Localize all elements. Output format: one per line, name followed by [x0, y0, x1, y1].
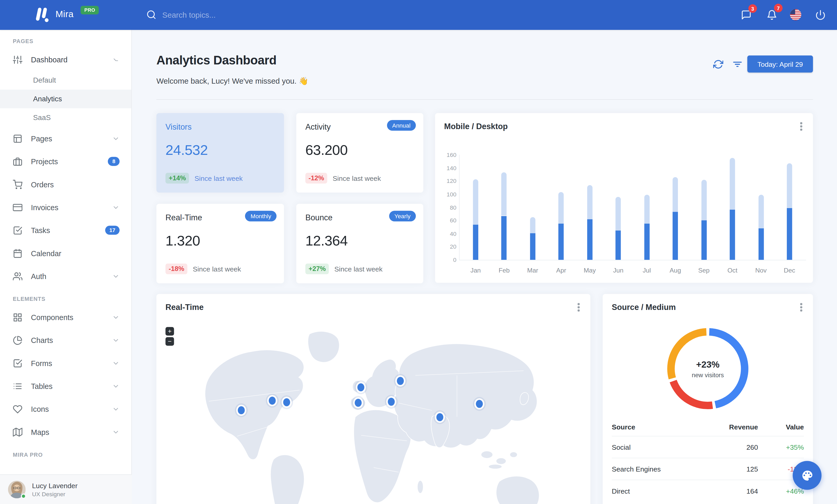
search-icon	[146, 10, 157, 20]
refresh-button[interactable]	[713, 59, 724, 69]
page-title: Analytics Dashboard	[157, 53, 277, 68]
sidebar-item-forms[interactable]: Forms	[0, 352, 131, 374]
sliders-icon	[13, 55, 22, 64]
bar-mobile-jun	[616, 230, 621, 260]
bar-desktop-feb	[501, 172, 507, 216]
search-input[interactable]	[162, 7, 386, 23]
app-viewport: Mira PRO 3 7	[0, 0, 837, 504]
check-square-icon	[13, 358, 22, 368]
mobile-desktop-card: Mobile / Desktop 020406080100120140160Ja…	[435, 113, 813, 283]
table-row: Search Engines125-12%	[612, 458, 804, 480]
bar-mobile-mar	[530, 233, 535, 260]
stat-title: Visitors	[165, 122, 192, 131]
power-icon	[815, 10, 826, 20]
bar-desktop-apr	[558, 192, 564, 224]
sidebar-item-maps[interactable]: Maps	[0, 421, 131, 443]
stat-value: 1.320	[165, 232, 200, 249]
brand-logo-icon[interactable]	[34, 7, 50, 22]
heart-icon	[13, 404, 22, 414]
donut-chart: +23% new visitors	[665, 326, 751, 411]
pie-chart-icon	[13, 335, 22, 345]
filter-icon	[732, 59, 742, 69]
stat-title: Activity	[305, 122, 331, 131]
welcome-text: Welcome back, Lucy! We've missed you. 👋	[157, 77, 308, 86]
sidebar-item-icons[interactable]: Icons	[0, 397, 131, 421]
bar-desktop-sep	[701, 180, 707, 221]
sidebar-item-dashboard[interactable]: Dashboard	[0, 48, 131, 71]
bar-desktop-nov	[758, 195, 764, 228]
x-axis-label: Nov	[749, 267, 772, 274]
sidebar-item-auth[interactable]: Auth	[0, 265, 131, 287]
donut-center-sublabel: new visitors	[692, 372, 724, 378]
us-flag-icon[interactable]	[789, 8, 802, 21]
fab-theme-button[interactable]	[793, 461, 822, 490]
layout-icon	[13, 133, 22, 143]
check-square-icon	[13, 225, 22, 235]
sidebar-subitem-analytics[interactable]: Analytics	[0, 90, 131, 108]
map-marker-new-delhi	[437, 413, 443, 422]
bar-mobile-dec	[787, 208, 792, 260]
table-row: Social260+35%	[612, 436, 804, 458]
stat-period-badge: Monthly	[245, 211, 277, 221]
sidebar-item-charts[interactable]: Charts	[0, 329, 131, 352]
y-axis-tick: 140	[438, 165, 457, 171]
today-button[interactable]: Today: April 29	[747, 56, 813, 73]
sidebar-subitem-default[interactable]: Default	[0, 71, 131, 90]
world-map[interactable]	[165, 320, 582, 504]
credit-card-icon	[13, 202, 22, 212]
map-marker-london	[357, 384, 364, 392]
stat-value: 24.532	[165, 142, 208, 158]
power-button[interactable]	[814, 8, 827, 21]
source-medium-title: Source / Medium	[612, 302, 676, 312]
bar-mobile-jan	[473, 224, 478, 260]
bar-chart: 020406080100120140160JanFebMarAprMayJunJ…	[435, 113, 813, 283]
map-marker-chicago	[268, 397, 275, 405]
chevron-up-icon	[112, 56, 120, 63]
palette-icon	[800, 469, 814, 482]
sidebar-user-footer[interactable]: Lucy Lavender UX Designer	[0, 474, 132, 504]
bar-desktop-mar	[530, 217, 535, 233]
user-role: UX Designer	[32, 490, 77, 498]
sidebar-subitem-saas[interactable]: SaaS	[0, 108, 131, 127]
user-name: Lucy Lavender	[32, 481, 77, 490]
chevron-down-icon	[112, 405, 120, 413]
sidebar-item-components[interactable]: Components	[0, 306, 131, 329]
stat-delta-badge: -18%	[165, 263, 188, 274]
stat-note: Since last week	[193, 265, 241, 273]
bar-mobile-feb	[501, 216, 507, 260]
sidebar-item-orders[interactable]: Orders	[0, 173, 131, 195]
sidebar-item-tasks[interactable]: Tasks17	[0, 219, 131, 242]
notifications-badge: 7	[774, 4, 783, 12]
calendar-icon	[13, 248, 22, 258]
kebab-menu-button[interactable]	[574, 302, 583, 312]
x-axis-label: May	[578, 267, 602, 274]
filter-button[interactable]	[732, 59, 742, 69]
stat-card-visitors: Visitors 24.532 +14%Since last week	[157, 113, 284, 192]
chevron-down-icon	[112, 336, 120, 344]
avatar	[8, 481, 26, 498]
chevron-down-icon	[112, 135, 120, 142]
sidebar-badge: 8	[108, 157, 120, 166]
map-marker-ankara	[388, 398, 395, 406]
sidebar-item-projects[interactable]: Projects8	[0, 150, 131, 173]
kebab-menu-button[interactable]	[797, 302, 805, 312]
stat-delta-badge: -12%	[305, 173, 327, 183]
stat-value: 12.364	[305, 232, 348, 249]
map-title: Real-Time	[165, 302, 204, 312]
brand-name[interactable]: Mira	[56, 9, 74, 20]
table-row: Direct164+46%	[612, 480, 804, 501]
y-axis-tick: 160	[438, 151, 457, 158]
stat-delta-badge: +27%	[305, 263, 329, 274]
sidebar-item-calendar[interactable]: Calendar	[0, 242, 131, 264]
x-axis-label: Aug	[664, 267, 687, 274]
header-divider	[157, 99, 813, 100]
map-marker-beijing	[476, 399, 483, 408]
sidebar-item-invoices[interactable]: Invoices	[0, 196, 131, 219]
bar-desktop-jul	[644, 195, 649, 224]
bar-mobile-may	[587, 219, 593, 260]
map-marker-madrid	[355, 399, 362, 407]
chevron-down-icon	[112, 382, 120, 390]
sidebar-item-pages[interactable]: Pages	[0, 127, 131, 150]
sidebar-section-label: MIRA PRO	[0, 444, 131, 462]
sidebar-item-tables[interactable]: Tables	[0, 375, 131, 397]
